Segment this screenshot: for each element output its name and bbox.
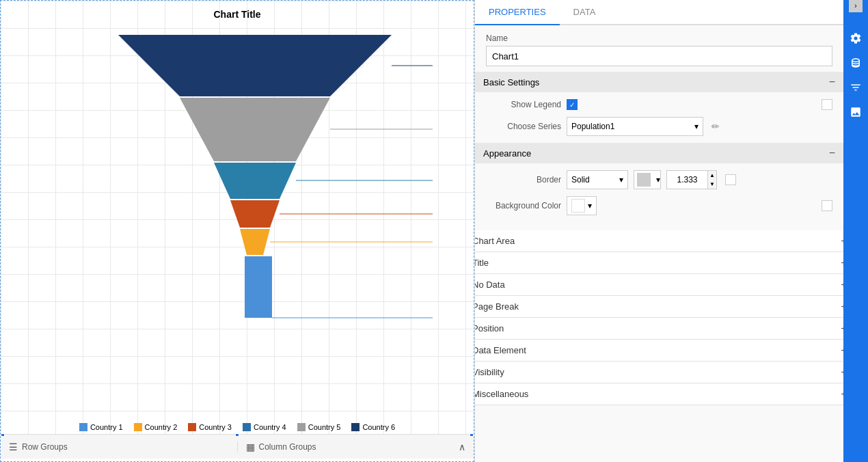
no-data-label: No Data [474, 280, 505, 290]
series-value: Population1 [571, 122, 614, 131]
legend-color-1 [79, 423, 87, 431]
bg-color-chevron: ▾ [588, 201, 592, 210]
bg-color-label: Background Color [486, 201, 561, 210]
settings-icon [850, 32, 862, 44]
collapse-icon[interactable]: ∧ [459, 441, 465, 452]
choose-series-label: Choose Series [486, 122, 561, 131]
image-icon-btn[interactable] [845, 101, 867, 123]
tab-properties[interactable]: PROPERTIES [475, 0, 560, 25]
legend-label-1: Country 1 [90, 423, 123, 431]
column-groups-icon: ▦ [246, 441, 255, 452]
chart-canvas: Chart Title [1, 1, 474, 434]
database-icon [850, 57, 862, 69]
position-row[interactable]: Position + [474, 318, 843, 340]
chart-title: Chart Title [1, 1, 474, 25]
border-checkbox[interactable] [725, 174, 736, 185]
bg-color-swatch [571, 199, 585, 213]
funnel-segment-1 [245, 256, 272, 318]
legend-label-3: Country 3 [199, 423, 232, 431]
border-style-select[interactable]: Solid ▾ [567, 170, 628, 189]
appearance-label: Appearance [483, 148, 531, 159]
data-element-row[interactable]: Data Element + [474, 340, 843, 362]
position-label: Position [474, 323, 504, 334]
title-row[interactable]: Title + [474, 252, 843, 274]
page-break-label: Page Break [474, 301, 519, 312]
show-legend-row: Show Legend ✓ [486, 99, 832, 110]
chart-area-label: Chart Area [474, 236, 515, 246]
funnel-segment-2 [240, 229, 270, 255]
legend-label-4: Country 4 [254, 423, 286, 431]
legend-item-4: Country 4 [243, 423, 286, 431]
series-chevron-icon: ▾ [694, 122, 699, 131]
name-section: Name [486, 33, 832, 66]
series-select[interactable]: Population1 ▾ [567, 117, 703, 136]
border-label: Border [486, 175, 561, 185]
show-legend-checkbox-2[interactable] [822, 99, 832, 110]
row-groups-label: Row Groups [22, 442, 68, 452]
title-label: Title [474, 258, 489, 268]
miscellaneous-label: Miscellaneous [474, 389, 528, 399]
funnel-segment-6 [118, 35, 392, 96]
show-legend-label: Show Legend [486, 100, 561, 109]
basic-settings-label: Basic Settings [483, 77, 539, 87]
legend-item-3: Country 3 [188, 423, 232, 431]
no-data-row[interactable]: No Data + [474, 274, 843, 296]
appearance-header: Appearance − [475, 143, 843, 163]
legend-color-4 [243, 423, 251, 431]
border-width-down[interactable]: ▼ [708, 180, 716, 189]
series-edit-icon[interactable]: ✏ [711, 121, 720, 132]
visibility-label: Visibility [474, 367, 504, 377]
name-label: Name [486, 33, 832, 43]
name-input[interactable] [486, 46, 832, 66]
chart-panel: Chart Title [0, 0, 474, 462]
funnel-segment-4 [214, 163, 296, 199]
legend-item-2: Country 2 [134, 423, 178, 431]
column-groups-section: ▦ Column Groups ∧ [238, 441, 474, 452]
expandable-sections: Chart Area + Title + No Data + Page Brea… [475, 230, 843, 405]
border-width-input-group: ▲ ▼ [666, 170, 717, 189]
bg-color-row: Background Color ▾ [486, 196, 832, 215]
settings-icon-btn[interactable] [845, 27, 867, 49]
filter-icon [850, 81, 862, 94]
legend-item-5: Country 5 [297, 423, 341, 431]
border-width-input[interactable] [666, 170, 707, 189]
legend-color-2 [134, 423, 142, 431]
tab-data[interactable]: DATA [560, 0, 610, 25]
sidebar-icons: › [843, 0, 868, 462]
column-groups-label: Column Groups [259, 442, 316, 452]
border-row: Border Solid ▾ ▾ ▲ ▼ [486, 170, 832, 189]
data-element-label: Data Element [474, 345, 526, 355]
chart-legend: Country 1 Country 2 Country 3 Country 4 … [1, 423, 474, 431]
row-groups-section: ☰ Row Groups [1, 441, 238, 452]
legend-color-3 [188, 423, 196, 431]
border-width-up[interactable]: ▲ [708, 171, 716, 180]
properties-content: Name Basic Settings − Show Legend ✓ Choo… [475, 25, 843, 230]
border-color-chevron: ▾ [656, 175, 660, 185]
database-icon-btn[interactable] [845, 52, 867, 74]
row-groups-icon: ☰ [9, 441, 18, 452]
bg-color-checkbox[interactable] [822, 200, 832, 211]
show-legend-checkbox[interactable]: ✓ [567, 99, 578, 110]
visibility-row[interactable]: Visibility + [474, 362, 843, 383]
funnel-segment-3 [230, 200, 280, 228]
panel-collapse-arrow[interactable]: › [849, 0, 863, 12]
miscellaneous-row[interactable]: Miscellaneous + [474, 383, 843, 405]
border-color-select[interactable]: ▾ [634, 170, 661, 189]
legend-color-6 [351, 423, 360, 431]
legend-label-2: Country 2 [145, 423, 178, 431]
chart-area-row[interactable]: Chart Area + [474, 230, 843, 252]
page-break-row[interactable]: Page Break + [474, 296, 843, 318]
border-width-spinner: ▲ ▼ [707, 170, 717, 189]
legend-label-6: Country 6 [362, 423, 395, 431]
basic-settings-collapse[interactable]: − [829, 76, 835, 88]
choose-series-row: Choose Series Population1 ▾ ✏ [486, 117, 832, 136]
basic-settings-header: Basic Settings − [475, 72, 843, 92]
bg-color-select[interactable]: ▾ [567, 196, 597, 215]
funnel-segment-5 [180, 98, 330, 161]
image-icon [850, 106, 862, 118]
legend-label-5: Country 5 [308, 423, 341, 431]
funnel-svg: 24 85 29 28 49 63 [77, 35, 433, 370]
bottom-bar: ☰ Row Groups ▦ Column Groups ∧ [1, 434, 474, 459]
filter-icon-btn[interactable] [845, 77, 867, 98]
appearance-collapse[interactable]: − [829, 147, 835, 159]
